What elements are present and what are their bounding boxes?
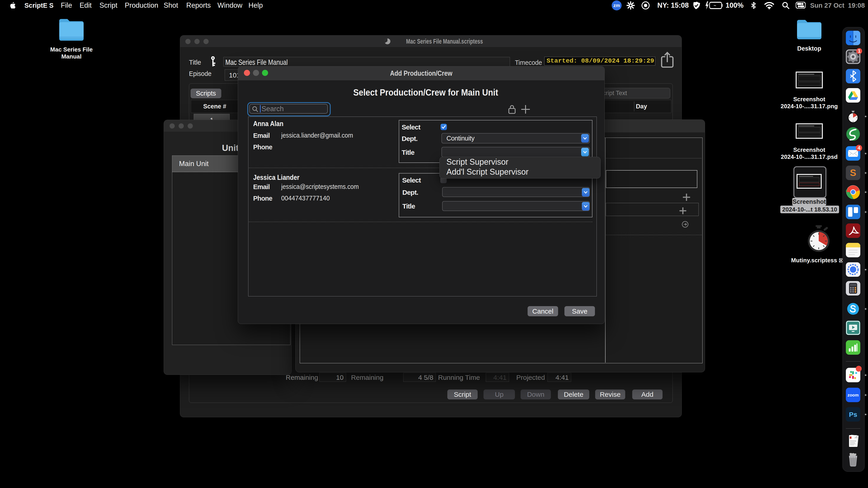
- svg-text:Ps: Ps: [849, 411, 857, 418]
- svg-text:S: S: [850, 167, 856, 178]
- svg-text:~: ~: [714, 2, 716, 8]
- svg-text:zoom: zoom: [847, 393, 859, 397]
